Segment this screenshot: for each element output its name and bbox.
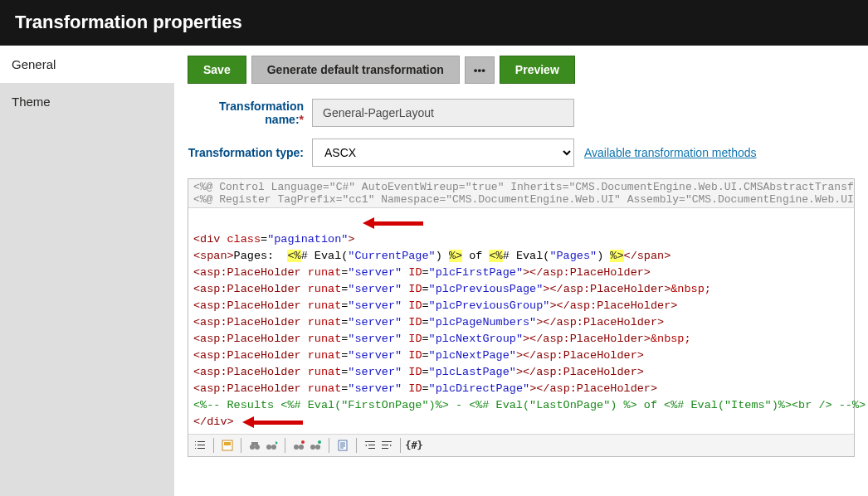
editor-toolbar: {#} xyxy=(188,434,854,456)
code-line: <asp:PlaceHolder runat="server" ID="plcD… xyxy=(193,381,849,397)
page-header: Transformation properties xyxy=(0,0,868,46)
svg-point-12 xyxy=(318,440,321,444)
code-line: <%-- Results <%# Eval("FirstOnPage")%> -… xyxy=(193,397,849,414)
document-icon[interactable] xyxy=(336,439,349,452)
svg-point-8 xyxy=(299,445,304,450)
svg-rect-1 xyxy=(224,442,231,445)
main-panel: Save Generate default transformation •••… xyxy=(174,46,868,496)
toolbar-separator xyxy=(329,438,329,453)
list-icon[interactable] xyxy=(193,439,207,452)
code-line: </div> xyxy=(193,414,849,430)
code-line: <asp:PlaceHolder runat="server" ID="plcN… xyxy=(193,348,849,364)
toolbar-separator xyxy=(285,438,285,453)
toolbar-separator xyxy=(356,438,357,453)
svg-rect-13 xyxy=(339,440,347,450)
flag-icon[interactable] xyxy=(221,439,234,452)
binoculars-green-icon[interactable] xyxy=(309,439,322,452)
code-line: <div class="pagination"> xyxy=(193,215,849,248)
page-title: Transformation properties xyxy=(15,12,853,33)
indent-left-icon[interactable] xyxy=(363,439,377,452)
svg-point-11 xyxy=(315,445,320,450)
sidebar: General Theme xyxy=(0,46,174,496)
svg-point-6 xyxy=(271,445,276,450)
svg-point-5 xyxy=(266,445,271,450)
preview-button[interactable]: Preview xyxy=(500,56,575,84)
code-line: <asp:PlaceHolder runat="server" ID="plcL… xyxy=(193,364,849,381)
indent-right-icon[interactable] xyxy=(380,439,393,452)
code-line: <asp:PlaceHolder runat="server" ID="plcN… xyxy=(193,331,849,348)
row-transformation-type: Transformation type: ASCX Available tran… xyxy=(188,139,855,167)
code-body[interactable]: <div class="pagination"><span>Pages: <%#… xyxy=(188,208,854,434)
braces-icon[interactable]: {#} xyxy=(407,439,421,452)
toolbar-separator xyxy=(400,438,401,453)
code-line: <asp:PlaceHolder runat="server" ID="plcF… xyxy=(193,265,849,281)
generate-default-button[interactable]: Generate default transformation xyxy=(251,56,460,84)
binoculars-icon[interactable] xyxy=(248,439,261,452)
code-directives: <%@ Control Language="C#" AutoEventWireu… xyxy=(188,179,854,208)
save-button[interactable]: Save xyxy=(188,56,246,84)
sidebar-item-theme[interactable]: Theme xyxy=(0,83,174,120)
svg-point-10 xyxy=(310,445,315,450)
toolbar: Save Generate default transformation •••… xyxy=(188,56,855,84)
transformation-type-select[interactable]: ASCX xyxy=(312,139,574,167)
toolbar-separator xyxy=(241,438,241,453)
sidebar-item-general[interactable]: General xyxy=(0,46,174,83)
label-transformation-name: Transformation name:* xyxy=(188,100,312,126)
toolbar-separator xyxy=(213,438,214,453)
available-methods-link[interactable]: Available transformation methods xyxy=(584,146,757,159)
transformation-name-input[interactable] xyxy=(312,99,574,127)
label-transformation-type: Transformation type: xyxy=(188,146,312,159)
svg-point-7 xyxy=(294,445,299,450)
svg-point-9 xyxy=(301,440,305,444)
row-transformation-name: Transformation name:* xyxy=(188,99,855,127)
code-line: <asp:PlaceHolder runat="server" ID="plcP… xyxy=(193,281,849,298)
svg-rect-4 xyxy=(251,442,258,445)
binoculars-next-icon[interactable] xyxy=(265,439,278,452)
binoculars-red-icon[interactable] xyxy=(292,439,305,452)
code-line: <asp:PlaceHolder runat="server" ID="plcP… xyxy=(193,314,849,331)
more-actions-button[interactable]: ••• xyxy=(465,56,495,84)
code-line: <asp:PlaceHolder runat="server" ID="plcP… xyxy=(193,298,849,314)
code-line: <span>Pages: <%# Eval("CurrentPage") %> … xyxy=(193,248,849,265)
code-editor[interactable]: <%@ Control Language="C#" AutoEventWireu… xyxy=(188,178,855,457)
